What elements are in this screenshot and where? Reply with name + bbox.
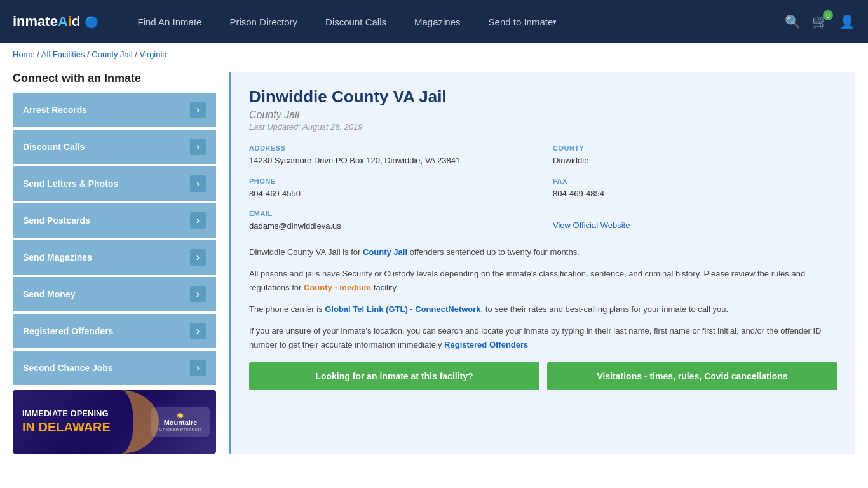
facility-type: County Jail (249, 109, 837, 121)
county-block: COUNTY Dinwiddie (553, 144, 837, 167)
nav-prison-directory[interactable]: Prison Directory (215, 0, 311, 43)
user-button[interactable]: 👤 (839, 14, 855, 29)
email-value: dadams@dinwiddieva.us (249, 220, 534, 233)
arrow-icon: › (190, 139, 206, 155)
find-inmate-button[interactable]: Looking for an inmate at this facility? (249, 362, 539, 390)
visitations-button[interactable]: Visitations - times, rules, Covid cancel… (547, 362, 837, 390)
nav-find-inmate[interactable]: Find An Inmate (124, 0, 216, 43)
phone-block: PHONE 804-469-4550 (249, 177, 534, 200)
sidebar-send-magazines[interactable]: Send Magazines › (13, 240, 216, 274)
sidebar-title: Connect with an Inmate (13, 72, 216, 85)
sidebar-registered-offenders[interactable]: Registered Offenders › (13, 314, 216, 348)
action-buttons: Looking for an inmate at this facility? … (249, 362, 837, 390)
fax-label: FAX (553, 177, 837, 185)
gtl-link[interactable]: Global Tel Link (GTL) - ConnectNetwork (325, 304, 480, 314)
phone-value: 804-469-4550 (249, 187, 534, 200)
ad-line1: IMMEDIATE OPENING (22, 409, 111, 419)
nav-icons: 🔍 🛒 0 👤 (785, 14, 855, 29)
ad-line2: IN DELAWARE (22, 419, 111, 435)
email-block: EMAIL dadams@dinwiddieva.us (249, 210, 534, 233)
county-jail-link-1[interactable]: County Jail (363, 247, 407, 257)
main-content: Connect with an Inmate Arrest Records › … (0, 65, 868, 473)
breadcrumb-all-facilities[interactable]: All Facilities (41, 50, 85, 59)
breadcrumb: Home / All Facilities / County Jail / Vi… (0, 43, 868, 65)
breadcrumb-home[interactable]: Home (13, 50, 35, 59)
county-value: Dinwiddie (553, 154, 837, 167)
website-link[interactable]: View Official Website (553, 220, 630, 230)
phone-label: PHONE (249, 177, 534, 185)
arrow-icon: › (190, 175, 206, 192)
county-label: COUNTY (553, 144, 837, 152)
arrow-icon: › (190, 323, 206, 339)
arrow-icon: › (190, 286, 206, 302)
description-4: If you are unsure of your inmate's locat… (249, 324, 837, 352)
sidebar: Connect with an Inmate Arrest Records › … (13, 72, 216, 454)
navigation: inmateAid 🔵 Find An Inmate Prison Direct… (0, 0, 868, 43)
sidebar-send-letters[interactable]: Send Letters & Photos › (13, 166, 216, 201)
breadcrumb-county-jail[interactable]: County Jail (92, 50, 132, 59)
website-block: View Official Website (553, 210, 837, 233)
cart-badge: 0 (823, 10, 833, 20)
email-label: EMAIL (249, 210, 534, 217)
logo-text: inmateAid 🔵 (13, 13, 98, 30)
ad-text: IMMEDIATE OPENING IN DELAWARE (22, 409, 111, 436)
cart-button[interactable]: 🛒 0 (812, 14, 828, 29)
sidebar-arrest-records[interactable]: Arrest Records › (13, 93, 216, 127)
breadcrumb-virginia[interactable]: Virginia (139, 50, 166, 59)
fax-block: FAX 804-469-4854 (553, 177, 837, 200)
description-1: Dinwiddie County VA Jail is for County J… (249, 245, 837, 259)
address-value: 14230 Sycamore Drive PO Box 120, Dinwidd… (249, 154, 534, 167)
sidebar-send-money[interactable]: Send Money › (13, 277, 216, 311)
address-block: ADDRESS 14230 Sycamore Drive PO Box 120,… (249, 144, 534, 167)
sidebar-second-chance-jobs[interactable]: Second Chance Jobs › (13, 351, 216, 385)
county-medium-link[interactable]: County - medium (304, 283, 371, 292)
facility-card: Dinwiddie County VA Jail County Jail Las… (229, 72, 855, 454)
registered-offenders-link[interactable]: Registered Offenders (444, 340, 528, 349)
ad-logo: 🌟 Mountaire Chicken Products (151, 407, 210, 437)
facility-updated: Last Updated: August 28, 2019 (249, 122, 837, 132)
arrow-icon: › (190, 249, 206, 266)
nav-magazines[interactable]: Magazines (400, 0, 475, 43)
description-3: The phone carrier is Global Tel Link (GT… (249, 302, 837, 316)
arrow-icon: › (190, 212, 206, 229)
nav-links: Find An Inmate Prison Directory Discount… (124, 0, 785, 43)
sidebar-discount-calls[interactable]: Discount Calls › (13, 130, 216, 164)
logo[interactable]: inmateAid 🔵 (13, 13, 98, 30)
arrow-icon: › (190, 102, 206, 118)
sidebar-ad[interactable]: IMMEDIATE OPENING IN DELAWARE 🌟 Mountair… (13, 390, 216, 454)
arrow-icon: › (190, 360, 206, 376)
nav-send-to-inmate[interactable]: Send to Inmate (475, 0, 571, 43)
facility-info-grid: ADDRESS 14230 Sycamore Drive PO Box 120,… (249, 144, 837, 233)
nav-discount-calls[interactable]: Discount Calls (311, 0, 400, 43)
search-button[interactable]: 🔍 (785, 14, 801, 29)
sidebar-send-postcards[interactable]: Send Postcards › (13, 203, 216, 238)
facility-name: Dinwiddie County VA Jail (249, 87, 837, 107)
description-2: All prisons and jails have Security or C… (249, 267, 837, 295)
address-label: ADDRESS (249, 144, 534, 152)
fax-value: 804-469-4854 (553, 187, 837, 200)
